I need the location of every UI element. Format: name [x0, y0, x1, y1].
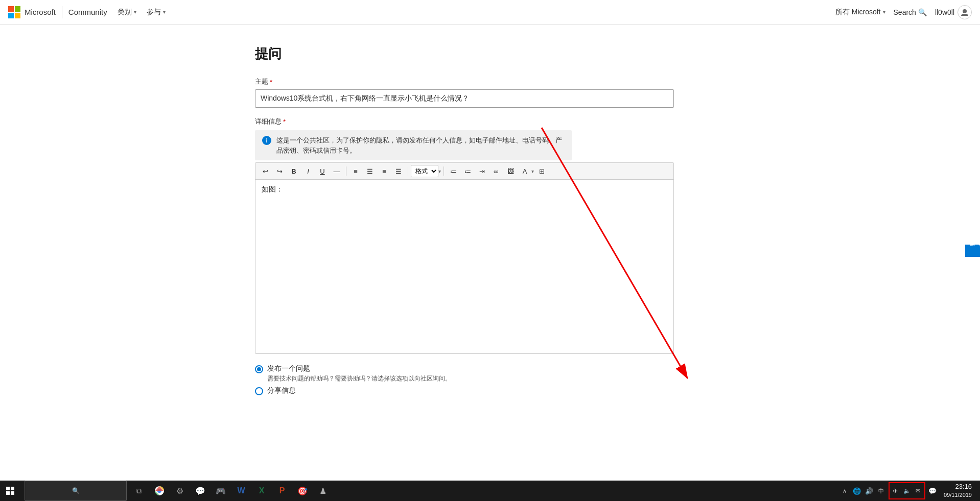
info-icon: i	[262, 136, 271, 145]
toolbar-sep-3	[444, 166, 444, 176]
editor-toolbar: ↩ ↪ B I U — ≡ ☰ ≡ ☰ 格式 ▾	[255, 163, 673, 180]
radio-share-circle[interactable]	[255, 387, 263, 395]
question-type-section: 发布一个问题 需要技术问题的帮助吗？需要协助吗？请选择该选项以向社区询问。 分享…	[255, 364, 725, 395]
svg-rect-1	[15, 6, 20, 12]
format-chevron-icon: ▾	[438, 169, 441, 174]
nav-divider	[62, 6, 62, 18]
details-required-star: *	[283, 118, 286, 126]
align-left-button[interactable]: ≡	[349, 165, 362, 177]
all-microsoft-menu[interactable]: 所有 Microsoft ▾	[835, 8, 885, 17]
brand-name: Microsoft	[25, 8, 56, 16]
strikethrough-button[interactable]: —	[330, 165, 343, 177]
nav-category[interactable]: 类别 ▾	[113, 6, 141, 19]
privacy-notice: i 这是一个公共社区，为了保护你的隐私，请勿发布任何个人信息，如电子邮件地址、电…	[255, 130, 572, 160]
redo-button[interactable]: ↪	[273, 165, 286, 177]
subject-required-star: *	[270, 78, 272, 86]
svg-rect-0	[8, 6, 14, 12]
user-menu[interactable]: ll0w0ll	[935, 5, 972, 19]
svg-rect-2	[8, 13, 14, 18]
category-chevron-icon: ▾	[134, 9, 136, 15]
microsoft-logo-icon	[8, 6, 20, 18]
toolbar-sep-2	[408, 166, 408, 176]
feedback-sidebar[interactable]: 提供反馈	[965, 245, 980, 257]
search-icon: 🔍	[918, 8, 927, 16]
radio-option-share[interactable]: 分享信息	[255, 386, 725, 395]
underline-button[interactable]: U	[316, 165, 329, 177]
community-label[interactable]: Community	[68, 8, 107, 16]
ordered-list-button[interactable]: ≔	[461, 165, 474, 177]
svg-rect-3	[15, 13, 20, 18]
align-right-button[interactable]: ≡	[378, 165, 391, 177]
participate-chevron-icon: ▾	[163, 9, 166, 15]
unordered-list-button[interactable]: ≔	[447, 165, 460, 177]
align-center-button[interactable]: ☰	[363, 165, 377, 177]
subject-input[interactable]	[255, 89, 674, 108]
justify-button[interactable]: ☰	[392, 165, 405, 177]
subject-label: 主题 *	[255, 77, 725, 86]
indent-button[interactable]: ⇥	[475, 165, 488, 177]
editor-body[interactable]: 如图：	[255, 180, 673, 353]
search-button[interactable]: Search 🔍	[894, 8, 927, 16]
main-content: 提问 主题 * 详细信息 * i 这是一个公共社区，为了保护你的隐私，请勿发布任…	[245, 25, 735, 429]
all-ms-chevron-icon: ▾	[883, 9, 885, 15]
font-color-chevron-icon: ▾	[531, 169, 534, 174]
table-button[interactable]: ⊞	[535, 165, 548, 177]
editor-container: ↩ ↪ B I U — ≡ ☰ ≡ ☰ 格式 ▾	[255, 162, 674, 354]
navbar-right: 所有 Microsoft ▾ Search 🔍 ll0w0ll	[835, 5, 972, 19]
bold-button[interactable]: B	[287, 165, 300, 177]
radio-share-label: 分享信息	[267, 386, 296, 395]
radio-question-label: 发布一个问题 需要技术问题的帮助吗？需要协助吗？请选择该选项以向社区询问。	[267, 364, 451, 383]
nav-participate[interactable]: 参与 ▾	[143, 6, 170, 19]
radio-option-question[interactable]: 发布一个问题 需要技术问题的帮助吗？需要协助吗？请选择该选项以向社区询问。	[255, 364, 725, 383]
page-title: 提问	[255, 45, 725, 63]
navbar: Microsoft Community 类别 ▾ 参与 ▾ 所有 Microso…	[0, 0, 980, 25]
font-color-button[interactable]: A	[518, 165, 531, 177]
italic-button[interactable]: I	[301, 165, 315, 177]
svg-point-4	[963, 9, 967, 13]
radio-question-circle[interactable]	[255, 365, 263, 373]
image-button[interactable]: 🖼	[504, 165, 517, 177]
nav-menu: 类别 ▾ 参与 ▾	[113, 6, 170, 19]
link-button[interactable]: ∞	[489, 165, 503, 177]
toolbar-sep-1	[346, 166, 346, 176]
user-avatar	[958, 5, 972, 19]
details-label: 详细信息 *	[255, 117, 725, 126]
format-select[interactable]: 格式	[411, 165, 438, 177]
undo-button[interactable]: ↩	[259, 165, 272, 177]
logo-area[interactable]: Microsoft	[8, 6, 56, 18]
